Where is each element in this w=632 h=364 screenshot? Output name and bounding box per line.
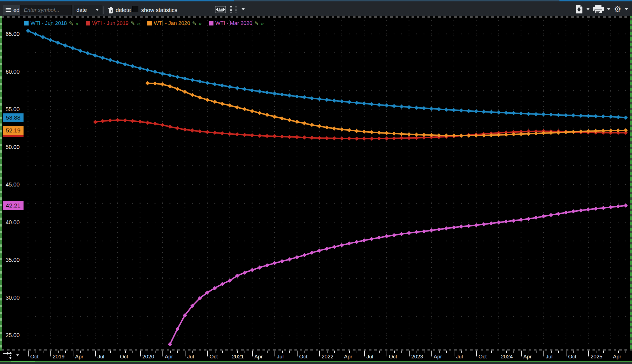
y-axis-tick-label: 30.00 — [6, 294, 25, 301]
legend-label: WTI - Mar 2020 — [215, 20, 252, 26]
x-axis-month-tick — [461, 351, 462, 353]
x-axis-month-tick — [215, 351, 215, 353]
series-markers-wti-jun-2019 — [93, 118, 628, 141]
x-axis-tick-label: Apr — [523, 354, 532, 360]
last-price-badge: 52.19 — [3, 126, 24, 135]
x-axis-month-tick — [289, 351, 290, 353]
export-icon[interactable] — [575, 5, 583, 13]
x-axis-quarter-tick — [611, 351, 611, 356]
double-chevron-icon[interactable]: » — [199, 20, 201, 27]
x-axis-month-tick — [200, 351, 200, 353]
auto-scale-icon[interactable] — [3, 351, 12, 360]
x-axis-tick-label: Oct — [478, 354, 487, 360]
legend-item[interactable]: WTI - Jun 2019✎» — [86, 20, 140, 27]
x-axis-quarter-tick — [588, 351, 589, 356]
x-axis-tick-label: 2020 — [142, 354, 154, 360]
x-axis-tick-label: Apr — [254, 354, 263, 360]
show-statistics-label: show statistics — [141, 5, 177, 15]
x-axis-tick-label: 2023 — [411, 354, 423, 360]
edit-pencil-icon[interactable]: ✎ — [131, 20, 135, 27]
window-bottom-border — [0, 362, 632, 364]
x-axis-month-tick — [581, 351, 581, 353]
legend-item[interactable]: WTI - Jun 2018✎» — [24, 20, 78, 27]
x-axis-quarter-tick — [297, 351, 298, 356]
axis-corner-tools — [3, 351, 21, 360]
x-axis-tick-label: Oct — [30, 354, 39, 360]
x-axis-month-tick — [357, 351, 357, 353]
chart-fit-button[interactable] — [215, 6, 226, 13]
chevron-down-icon[interactable] — [241, 8, 245, 10]
x-axis-quarter-tick — [409, 351, 410, 356]
legend-item[interactable]: WTI - Jan 2020✎» — [147, 20, 201, 27]
x-axis-month-tick — [529, 351, 529, 353]
delete-button[interactable]: delete — [107, 5, 132, 15]
x-axis-month-tick — [192, 351, 193, 353]
series-line-wti-jun-2018 — [28, 31, 626, 118]
double-chevron-icon[interactable]: » — [261, 20, 263, 27]
x-axis-quarter-tick — [95, 351, 96, 356]
series-wti-jun-2019 — [93, 118, 628, 141]
x-axis-quarter-tick — [319, 351, 320, 356]
edit-pencil-icon[interactable]: ✎ — [69, 20, 73, 27]
chevron-down-icon[interactable] — [625, 8, 628, 10]
series-wti-jun-2018 — [26, 29, 628, 120]
x-axis-tick-label: Jul — [277, 354, 284, 360]
x-axis-quarter-tick — [275, 351, 275, 356]
last-price-badge: 53.88 — [3, 113, 24, 122]
double-chevron-icon[interactable]: » — [137, 20, 140, 27]
y-axis-tick-label: 35.00 — [6, 256, 25, 263]
x-axis-month-tick — [506, 351, 507, 353]
x-axis-month-tick — [65, 351, 66, 353]
legend-swatch — [147, 21, 152, 25]
x-axis-quarter-tick — [162, 351, 163, 356]
x-axis-tick-label: 2024 — [501, 354, 513, 360]
x-axis-tick-label: 2025 — [591, 354, 602, 360]
x-axis-month-tick — [491, 351, 492, 353]
x-axis-tick-label: Oct — [389, 354, 397, 360]
chevron-down-icon[interactable] — [586, 8, 590, 10]
axis-options-dropdown[interactable] — [14, 351, 21, 360]
legend-swatch — [86, 21, 90, 25]
x-axis-month-tick — [80, 351, 81, 353]
x-axis-month-tick — [596, 351, 596, 353]
x-axis-month-tick — [439, 351, 440, 353]
window-left-border — [0, 16, 2, 364]
edit-pencil-icon[interactable]: ✎ — [192, 20, 197, 27]
chart-zigzag-icon — [216, 7, 225, 12]
chevron-down-icon[interactable] — [607, 8, 610, 10]
edit-pencil-icon[interactable]: ✎ — [254, 20, 259, 27]
x-axis-month-tick — [417, 351, 417, 353]
y-axis-tick-label: 45.00 — [6, 181, 25, 188]
symbol-input[interactable] — [20, 5, 72, 15]
legend-swatch — [24, 21, 29, 25]
x-axis-month-tick — [558, 351, 559, 353]
show-statistics-checkbox[interactable] — [132, 6, 138, 12]
x-axis-month-tick — [372, 351, 372, 353]
x-axis-quarter-tick — [387, 351, 387, 356]
futures-curve-window: edit date delete show statistics — [0, 0, 632, 364]
legend: WTI - Jun 2018✎»WTI - Jun 2019✎»WTI - Ja… — [24, 20, 263, 27]
x-axis-month-tick — [394, 351, 395, 353]
date-dropdown[interactable]: date — [74, 5, 102, 15]
x-axis-month-tick — [484, 351, 484, 353]
scale-ruler-icon[interactable] — [230, 6, 233, 13]
x-axis-tick-label: 2021 — [232, 354, 244, 360]
x-axis-quarter-tick — [566, 351, 566, 356]
list-menu-icon — [6, 8, 11, 12]
x-axis-month-tick — [110, 351, 111, 353]
legend-label: WTI - Jun 2018 — [31, 20, 67, 26]
x-axis-tick-label: Apr — [344, 354, 352, 360]
legend-item[interactable]: WTI - Mar 2020✎» — [209, 20, 263, 27]
x-axis-month-tick — [573, 351, 574, 353]
x-axis-tick-label: Jul — [187, 354, 194, 360]
x-axis-quarter-tick — [185, 351, 185, 356]
print-icon[interactable] — [593, 5, 604, 14]
x-axis-month-tick — [267, 351, 268, 353]
x-axis-month-tick — [36, 351, 36, 353]
x-axis-month-tick — [551, 351, 552, 353]
settings-gear-icon[interactable]: ⚙ — [614, 4, 621, 14]
scale-ruler-dim-icon[interactable] — [235, 6, 238, 13]
double-chevron-icon[interactable]: » — [75, 20, 78, 27]
chart-canvas[interactable] — [0, 0, 632, 364]
x-axis-month-tick — [514, 351, 514, 353]
